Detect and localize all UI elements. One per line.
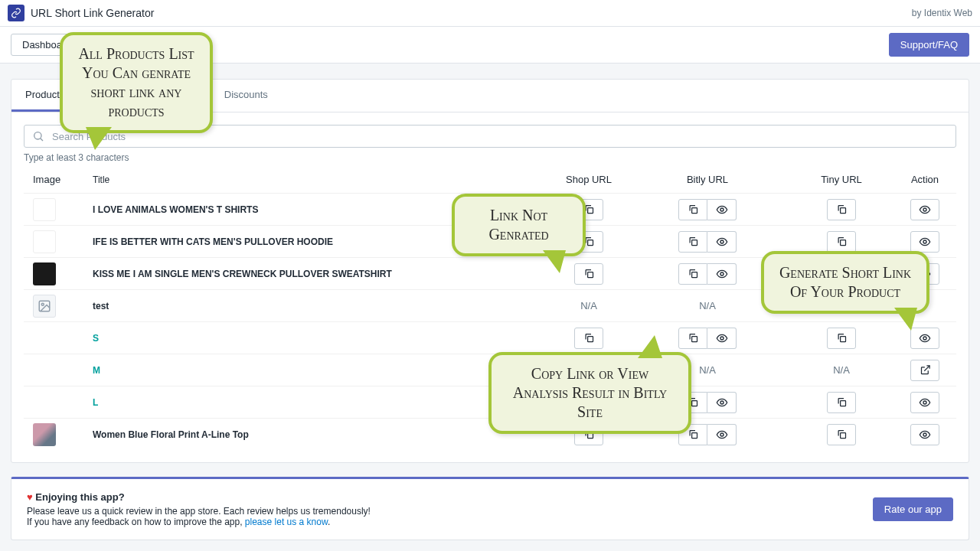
svg-rect-11: [587, 272, 593, 278]
tiny-copy[interactable]: [827, 328, 856, 349]
svg-point-30: [720, 433, 724, 436]
support-button[interactable]: Support/FAQ: [889, 33, 969, 57]
footer-line1: Please leave us a quick review in the ap…: [27, 506, 371, 517]
col-shop: Shop URL: [543, 174, 635, 185]
product-title: M: [93, 365, 543, 376]
svg-rect-26: [840, 401, 845, 406]
svg-rect-2: [691, 208, 697, 214]
callout-products-list: All Products List You Can genrate short …: [60, 32, 213, 133]
col-action: Action: [903, 174, 956, 185]
bitly-view[interactable]: [707, 328, 737, 349]
svg-point-22: [923, 337, 926, 340]
svg-point-10: [923, 240, 926, 243]
action-eye[interactable]: [910, 424, 939, 445]
footer-heading: Enjoying this app?: [35, 491, 124, 503]
product-thumb: [33, 230, 56, 253]
bitly-view[interactable]: [707, 231, 737, 253]
svg-rect-21: [840, 337, 845, 342]
shop-copy[interactable]: [574, 328, 603, 349]
col-image: Image: [24, 174, 93, 185]
rate-our-app-button[interactable]: Rate our app: [873, 497, 953, 521]
svg-rect-24: [691, 401, 697, 406]
svg-rect-18: [587, 337, 593, 342]
product-thumb: [33, 198, 56, 221]
footer-line2-pre: If you have any feedback on how to impro…: [27, 517, 245, 527]
svg-point-20: [720, 337, 724, 340]
table-row: S: [24, 321, 956, 354]
svg-rect-19: [691, 337, 697, 342]
callout-generate-short-link: Generate Short Link Of Your Product: [761, 251, 929, 314]
search-helper: Type at least 3 characters: [24, 152, 956, 163]
svg-rect-9: [840, 240, 845, 246]
bitly-na: N/A: [699, 300, 716, 311]
svg-rect-1: [587, 208, 593, 214]
svg-rect-4: [840, 208, 845, 214]
col-bitly: Bitly URL: [635, 174, 780, 185]
product-title: test: [93, 301, 543, 311]
product-thumb: [33, 295, 56, 318]
tiny-copy[interactable]: [827, 231, 856, 253]
svg-point-27: [923, 401, 926, 404]
bitly-na: N/A: [699, 364, 716, 376]
bitly-copy[interactable]: [678, 263, 707, 285]
action-eye[interactable]: [910, 392, 939, 413]
bitly-copy[interactable]: [678, 328, 707, 349]
bitly-view[interactable]: [707, 392, 737, 413]
bitly-view[interactable]: [707, 199, 737, 220]
svg-rect-7: [691, 240, 697, 246]
col-tiny: Tiny URL: [780, 174, 903, 185]
svg-point-5: [923, 208, 926, 211]
svg-point-25: [720, 401, 724, 404]
footer-feedback-link[interactable]: please let us a know: [245, 517, 328, 527]
callout-copy-view: Copy Link or View Analysis Result in Bit…: [488, 352, 691, 434]
action-generate[interactable]: [910, 360, 939, 381]
svg-rect-6: [587, 240, 593, 246]
product-thumb: [33, 262, 56, 285]
action-eye[interactable]: [910, 199, 939, 220]
callout-link-not-generated: Link Not Genrated: [452, 194, 586, 256]
shop-na: N/A: [580, 300, 597, 311]
action-eye[interactable]: [910, 231, 939, 253]
bitly-view[interactable]: [707, 424, 737, 445]
svg-rect-31: [840, 433, 845, 439]
svg-rect-29: [691, 433, 697, 439]
svg-point-13: [720, 272, 724, 276]
by-line: by Identix Web: [912, 8, 972, 18]
tiny-copy[interactable]: [827, 199, 856, 220]
tiny-copy[interactable]: [827, 424, 856, 445]
product-title: KISS ME I AM SINGLE MEN'S CREWNECK PULLO…: [93, 269, 543, 279]
svg-point-17: [41, 303, 44, 305]
heart-icon: ♥: [27, 491, 33, 503]
tiny-na: N/A: [833, 364, 850, 376]
app-logo: [8, 5, 24, 21]
bitly-view[interactable]: [707, 263, 737, 285]
shop-copy[interactable]: [574, 263, 603, 285]
product-title: Women Blue Floral Print A-Line Top: [93, 429, 543, 440]
tiny-copy[interactable]: [827, 392, 856, 413]
bitly-copy[interactable]: [678, 231, 707, 253]
bitly-copy[interactable]: [678, 199, 707, 220]
svg-rect-12: [691, 272, 697, 278]
footer-card: ♥ Enjoying this app? Please leave us a q…: [11, 477, 969, 540]
product-title: S: [93, 333, 543, 344]
svg-point-32: [923, 433, 926, 436]
product-title: L: [93, 397, 543, 408]
svg-point-3: [720, 208, 724, 211]
svg-point-0: [34, 132, 41, 139]
col-title: Title: [93, 174, 543, 185]
app-title: URL Short Link Generator: [31, 7, 154, 19]
tab-discounts[interactable]: Discounts: [211, 80, 282, 112]
topbar: URL Short Link Generator by Identix Web: [0, 0, 980, 27]
svg-point-8: [720, 240, 724, 243]
search-icon: [32, 130, 44, 142]
product-thumb: [33, 423, 56, 446]
